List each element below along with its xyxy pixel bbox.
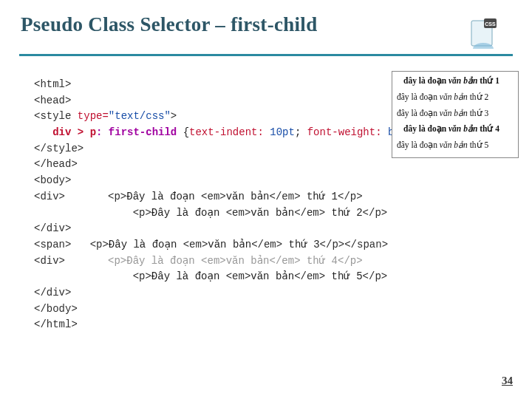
header-divider bbox=[19, 54, 513, 56]
code-line: <body> bbox=[34, 173, 511, 189]
code-line: </body> bbox=[34, 301, 511, 318]
preview-line-2: đây là đoạn văn bản thứ 2 bbox=[397, 91, 514, 104]
svg-text:CSS: CSS bbox=[485, 21, 496, 27]
code-line: <div><p>Đây là đoạn <em>văn bản</em> thứ… bbox=[34, 189, 511, 205]
code-line: <span> <p>Đây là đoạn <em>văn bản</em> t… bbox=[34, 237, 511, 253]
code-line: </div> bbox=[34, 221, 511, 237]
code-line: </head> bbox=[34, 157, 511, 173]
preview-line-4: đây là đoạn văn bản thứ 4 bbox=[397, 123, 514, 136]
slide-title: Pseudo Class Selector – first-child bbox=[21, 13, 511, 36]
preview-line-1: đây là đoạn văn bản thứ 1 bbox=[397, 75, 514, 88]
page-number: 34 bbox=[502, 375, 513, 387]
preview-line-5: đây là đoạn văn bản thứ 5 bbox=[397, 139, 514, 152]
css-file-icon: CSS bbox=[467, 16, 499, 49]
code-line: <div><p>Đây là đoạn <em>văn bản</em> thứ… bbox=[34, 253, 511, 270]
code-line: </div> bbox=[34, 285, 511, 301]
preview-line-3: đây là đoạn văn bản thứ 3 bbox=[397, 107, 514, 120]
code-line: <p>Đây là đoạn <em>văn bản</em> thứ 2</p… bbox=[34, 205, 511, 222]
slide-header: Pseudo Class Selector – first-child CSS bbox=[21, 13, 511, 59]
code-line: </html> bbox=[34, 317, 511, 333]
render-preview: đây là đoạn văn bản thứ 1 đây là đoạn vă… bbox=[392, 71, 519, 158]
slide-content: đây là đoạn văn bản thứ 1 đây là đoạn vă… bbox=[21, 77, 511, 333]
code-line: <p>Đây là đoạn <em>văn bản</em> thứ 5</p… bbox=[34, 269, 511, 285]
slide: Pseudo Class Selector – first-child CSS … bbox=[0, 0, 532, 399]
